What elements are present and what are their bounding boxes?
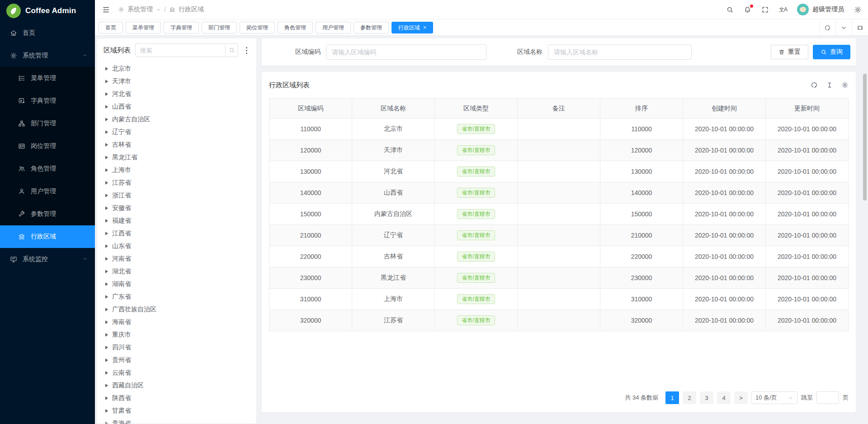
tree-item[interactable]: 北京市	[104, 62, 250, 75]
caret-right-icon[interactable]	[105, 118, 108, 121]
tab-item[interactable]: 参数管理	[354, 22, 389, 33]
tree-item[interactable]: 江苏省	[104, 176, 250, 189]
next-page-button[interactable]: >	[734, 391, 748, 404]
sidebar-item-dictionary-mgmt[interactable]: 字典管理	[0, 90, 95, 112]
caret-right-icon[interactable]	[105, 105, 108, 109]
tab-item[interactable]: 字典管理	[164, 22, 199, 33]
tree-item[interactable]: 吉林省	[104, 138, 250, 151]
caret-right-icon[interactable]	[105, 346, 108, 349]
jump-page-input[interactable]	[816, 391, 839, 404]
tree-item[interactable]: 四川省	[104, 341, 250, 354]
caret-right-icon[interactable]	[105, 130, 108, 134]
tab-options-chevron-icon[interactable]	[835, 19, 852, 36]
tree-item[interactable]: 重庆市	[104, 329, 250, 341]
reset-button[interactable]: 重置	[771, 45, 808, 59]
column-settings-gear-icon[interactable]	[841, 81, 849, 89]
sidebar-item-user-mgmt[interactable]: 用户管理	[0, 180, 95, 203]
caret-right-icon[interactable]	[105, 308, 108, 311]
brand[interactable]: Coffee Admin	[0, 0, 95, 22]
refresh-icon[interactable]	[819, 19, 835, 36]
caret-right-icon[interactable]	[105, 92, 108, 96]
sidebar-item-role-mgmt[interactable]: 角色管理	[0, 157, 95, 180]
caret-right-icon[interactable]	[105, 396, 108, 400]
table-row[interactable]: 150000内蒙古自治区省市/直辖市1500002020-10-01 00:00…	[269, 204, 849, 225]
notification-bell-icon[interactable]	[744, 6, 751, 14]
page-size-select[interactable]: 10 条/页	[751, 391, 797, 404]
tree-item[interactable]: 河南省	[104, 252, 250, 265]
tree-item[interactable]: 江西省	[104, 227, 250, 240]
sidebar-item-home[interactable]: 首页	[0, 22, 95, 44]
caret-right-icon[interactable]	[105, 295, 108, 299]
caret-right-icon[interactable]	[105, 409, 108, 413]
tab-item[interactable]: 首页	[99, 22, 123, 33]
tree-item[interactable]: 黑龙江省	[104, 151, 250, 164]
sidebar-item-monitor[interactable]: 系统监控	[0, 248, 95, 271]
caret-right-icon[interactable]	[105, 156, 108, 159]
table-row[interactable]: 220000吉林省省市/直辖市2200002020-10-01 00:00:00…	[269, 246, 849, 267]
caret-right-icon[interactable]	[105, 384, 108, 387]
caret-right-icon[interactable]	[105, 320, 108, 324]
maximize-content-icon[interactable]	[852, 19, 868, 36]
sidebar-item-system[interactable]: 系统管理	[0, 44, 95, 67]
tree-item[interactable]: 上海市	[104, 164, 250, 176]
page-button[interactable]: 2	[683, 391, 696, 404]
caret-right-icon[interactable]	[105, 422, 108, 424]
sidebar-item-region[interactable]: 行政区域	[0, 225, 95, 248]
table-row[interactable]: 210000辽宁省省市/直辖市2100002020-10-01 00:00:00…	[269, 225, 849, 246]
page-button[interactable]: 1	[665, 391, 679, 404]
table-row[interactable]: 110000北京市省市/直辖市1100002020-10-01 00:00:00…	[269, 119, 849, 140]
sidebar-item-parameter-mgmt[interactable]: 参数管理	[0, 203, 95, 225]
tree-item[interactable]: 海南省	[104, 316, 250, 329]
caret-right-icon[interactable]	[105, 206, 108, 210]
sidebar-item-post-mgmt[interactable]: 岗位管理	[0, 135, 95, 157]
table-row[interactable]: 140000山西省省市/直辖市1400002020-10-01 00:00:00…	[269, 182, 849, 204]
tree-item[interactable]: 浙江省	[104, 189, 250, 202]
tree-item[interactable]: 云南省	[104, 367, 250, 379]
caret-right-icon[interactable]	[105, 181, 108, 185]
tree-item[interactable]: 福建省	[104, 214, 250, 227]
tab-item[interactable]: 岗位管理	[240, 22, 275, 33]
table-row[interactable]: 230000黑龙江省省市/直辖市2300002020-10-01 00:00:0…	[269, 267, 849, 289]
caret-right-icon[interactable]	[105, 257, 108, 261]
sidebar-item-department-mgmt[interactable]: 部门管理	[0, 112, 95, 135]
sidebar-item-menu-mgmt[interactable]: 菜单管理	[0, 67, 95, 90]
tab-close-icon[interactable]: ×	[423, 25, 426, 30]
user-menu[interactable]: 超级管理员	[797, 4, 844, 15]
region-name-input[interactable]	[548, 44, 692, 60]
tree-item[interactable]: 内蒙古自治区	[104, 113, 250, 126]
tree-item[interactable]: 山东省	[104, 240, 250, 252]
tree-item[interactable]: 天津市	[104, 75, 250, 88]
tree-item[interactable]: 贵州省	[104, 354, 250, 367]
tree-item[interactable]: 广东省	[104, 291, 250, 303]
tree-search-input[interactable]	[135, 43, 238, 57]
tree-item[interactable]: 陕西省	[104, 392, 250, 405]
row-height-icon[interactable]	[826, 81, 833, 89]
caret-right-icon[interactable]	[105, 270, 108, 273]
tab-item[interactable]: 角色管理	[278, 22, 313, 33]
tab-item[interactable]: 用户管理	[316, 22, 351, 33]
tab-item[interactable]: 菜单管理	[126, 22, 161, 33]
table-row[interactable]: 320000江苏省省市/直辖市3200002020-10-01 00:00:00…	[269, 310, 849, 331]
search-icon[interactable]	[726, 6, 734, 14]
collapse-sidebar-icon[interactable]	[102, 6, 110, 14]
fullscreen-icon[interactable]	[761, 6, 769, 14]
caret-right-icon[interactable]	[105, 219, 108, 223]
page-button[interactable]: 3	[700, 391, 713, 404]
table-row[interactable]: 130000河北省省市/直辖市1300002020-10-01 00:00:00…	[269, 161, 849, 182]
refresh-icon[interactable]	[811, 81, 818, 89]
tree-item[interactable]: 山西省	[104, 100, 250, 113]
tree-item[interactable]: 辽宁省	[104, 126, 250, 138]
caret-right-icon[interactable]	[105, 358, 108, 362]
caret-right-icon[interactable]	[105, 80, 108, 83]
region-code-input[interactable]	[326, 44, 486, 60]
page-scrollbar-thumb[interactable]	[863, 74, 867, 200]
table-row[interactable]: 120000天津市省市/直辖市1200002020-10-01 00:00:00…	[269, 140, 849, 161]
tab-item[interactable]: 部门管理	[202, 22, 237, 33]
translate-icon[interactable]: 文A	[779, 6, 787, 14]
caret-right-icon[interactable]	[105, 67, 108, 71]
tree-item[interactable]: 湖南省	[104, 278, 250, 291]
caret-right-icon[interactable]	[105, 244, 108, 248]
table-row[interactable]: 310000上海市省市/直辖市3100002020-10-01 00:00:00…	[269, 289, 849, 310]
search-button[interactable]: 查询	[813, 45, 850, 59]
kebab-menu-icon[interactable]	[243, 46, 250, 55]
